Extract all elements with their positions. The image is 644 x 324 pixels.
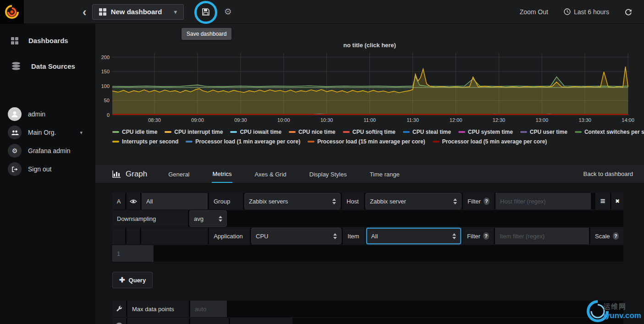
- x-tick-label: 08:30: [143, 117, 165, 123]
- x-tick-label: 11:30: [402, 117, 424, 123]
- query-mode-input[interactable]: [142, 193, 208, 209]
- sidebar-item-grafana-admin[interactable]: ⚙ Grafana admin: [0, 142, 95, 160]
- legend-item[interactable]: CPU iowait time: [230, 129, 281, 135]
- legend-item[interactable]: CPU system time: [458, 129, 513, 135]
- group-select[interactable]: Zabbix servers: [244, 193, 341, 209]
- help-question-icon[interactable]: ?: [613, 232, 619, 240]
- top-navbar: ‹ New dashboard ▾ ⚙ Zoom Out Last 6 hour…: [0, 0, 644, 24]
- legend-color-dash: [308, 141, 314, 143]
- sign-out-icon: [8, 162, 22, 176]
- option-tab-max-data-points[interactable]: Max data points: [127, 318, 189, 324]
- refresh-icon: [625, 8, 632, 16]
- item-filter-input[interactable]: [495, 228, 589, 244]
- tab-general[interactable]: General: [167, 165, 190, 182]
- profile-username: admin: [28, 110, 45, 118]
- item-select[interactable]: All: [366, 228, 461, 244]
- query-visibility-toggle[interactable]: [127, 193, 140, 209]
- zoom-out-button[interactable]: Zoom Out: [520, 8, 548, 16]
- sidebar-item-profile[interactable]: admin: [0, 105, 95, 123]
- x-tick-label: 09:30: [230, 117, 252, 123]
- sidebar-item-dashboards[interactable]: Dashboards: [0, 30, 95, 51]
- clock-icon: [564, 8, 571, 15]
- max-data-points-input[interactable]: [190, 301, 227, 317]
- refresh-button[interactable]: [625, 8, 632, 16]
- dashboard-picker-button[interactable]: New dashboard ▾: [92, 4, 184, 20]
- scale-row: [112, 245, 623, 262]
- dashboards-icon: [11, 37, 18, 44]
- tab-metrics[interactable]: Metrics: [212, 165, 233, 183]
- host-filter-input[interactable]: [495, 193, 591, 209]
- avatar: [8, 107, 22, 121]
- grafana-logo[interactable]: [0, 0, 24, 24]
- max-data-points-label: Max data points: [127, 301, 189, 317]
- legend-label: CPU steal time: [413, 129, 451, 135]
- sidebar-item-sign-out[interactable]: Sign out: [0, 160, 95, 178]
- legend-color-dash: [112, 131, 119, 133]
- legend-item[interactable]: CPU user time: [520, 129, 567, 135]
- legend-item[interactable]: CPU softirq time: [343, 129, 396, 135]
- host-filter-label: Filter ?: [463, 193, 494, 209]
- query-remove-button[interactable]: ✖: [611, 193, 623, 209]
- y-tick-label: 0: [94, 112, 110, 118]
- x-axis: 08:3009:0009:3010:0010:3011:0011:3012:00…: [112, 117, 630, 125]
- tab-axes-grid[interactable]: Axes & Grid: [253, 165, 287, 182]
- legend-label: Context switches per second: [584, 129, 644, 135]
- option-tab-it-services[interactable]: IT services: [190, 318, 229, 324]
- add-query-label: Query: [129, 277, 146, 284]
- legend-label: CPU interrupt time: [174, 129, 223, 135]
- legend-item[interactable]: Processor load (15 min average per core): [308, 138, 425, 145]
- x-tick-label: 10:30: [316, 117, 338, 123]
- add-query-button[interactable]: ✚ Query: [112, 272, 153, 288]
- legend-item[interactable]: Interrupts per second: [112, 138, 178, 145]
- legend-color-dash: [289, 131, 296, 133]
- plus-icon: ✚: [119, 276, 125, 284]
- query-ref-letter[interactable]: A: [112, 193, 125, 209]
- legend-color-dash: [575, 131, 582, 133]
- settings-gear-icon[interactable]: ⚙: [224, 6, 232, 17]
- help-question-icon[interactable]: ?: [484, 198, 490, 205]
- legend-item[interactable]: CPU steal time: [403, 129, 451, 135]
- dashboard-title: New dashboard: [111, 8, 162, 16]
- x-tick-label: 11:00: [359, 117, 381, 123]
- timeseries-chart[interactable]: [112, 52, 629, 116]
- filter-label-text: Filter: [467, 233, 480, 240]
- y-tick-label: 150: [94, 69, 110, 74]
- save-tooltip: Save dashboard: [182, 28, 231, 40]
- option-tab-it-service-property[interactable]: IT service property: [230, 318, 292, 324]
- eye-icon: [130, 199, 137, 204]
- legend-item[interactable]: Processor load (5 min average per core): [433, 138, 547, 145]
- host-select[interactable]: Zabbix server: [365, 193, 462, 209]
- legend-item[interactable]: CPU nice time: [289, 129, 336, 135]
- save-dashboard-button[interactable]: [202, 8, 210, 16]
- sidebar-item-org[interactable]: Main Org. ▾: [0, 123, 95, 142]
- legend-label: Processor load (5 min average per core): [442, 138, 547, 145]
- back-to-dashboard-link[interactable]: Back to dashboard: [583, 170, 633, 177]
- y-tick-label: 50: [94, 98, 110, 103]
- panel-title[interactable]: no title (click here): [95, 33, 644, 49]
- downsampling-select[interactable]: avg: [189, 210, 227, 227]
- legend-item[interactable]: Context switches per second: [575, 129, 644, 135]
- tab-time-range[interactable]: Time range: [369, 165, 400, 182]
- query-menu-button[interactable]: ≡: [595, 193, 610, 209]
- legend-item[interactable]: Processor load (1 min average per core): [186, 138, 300, 145]
- bar-chart-icon: [112, 170, 121, 178]
- x-tick-label: 09:00: [187, 117, 209, 123]
- legend-item[interactable]: CPU idle time: [112, 129, 157, 135]
- save-floppy-icon: [202, 8, 210, 16]
- scale-input[interactable]: [112, 245, 154, 262]
- time-picker-button[interactable]: Last 6 hours: [564, 8, 609, 16]
- x-tick-label: 13:30: [574, 117, 596, 123]
- legend-label: CPU iowait time: [240, 129, 281, 135]
- tab-display-styles[interactable]: Display Styles: [308, 165, 348, 182]
- hamburger-icon: ≡: [600, 196, 605, 206]
- back-chevron-icon[interactable]: ‹: [83, 7, 87, 16]
- host-label: Host: [342, 193, 364, 209]
- application-select[interactable]: CPU: [251, 228, 341, 244]
- legend-color-dash: [165, 131, 171, 133]
- sidebar-item-data-sources[interactable]: Data Sources: [0, 55, 95, 77]
- help-question-icon[interactable]: ?: [483, 232, 489, 240]
- legend-item[interactable]: CPU interrupt time: [165, 129, 223, 135]
- wrench-icon: [116, 306, 122, 312]
- item-label: Item: [343, 228, 365, 244]
- host-select-value: Zabbix server: [370, 198, 406, 205]
